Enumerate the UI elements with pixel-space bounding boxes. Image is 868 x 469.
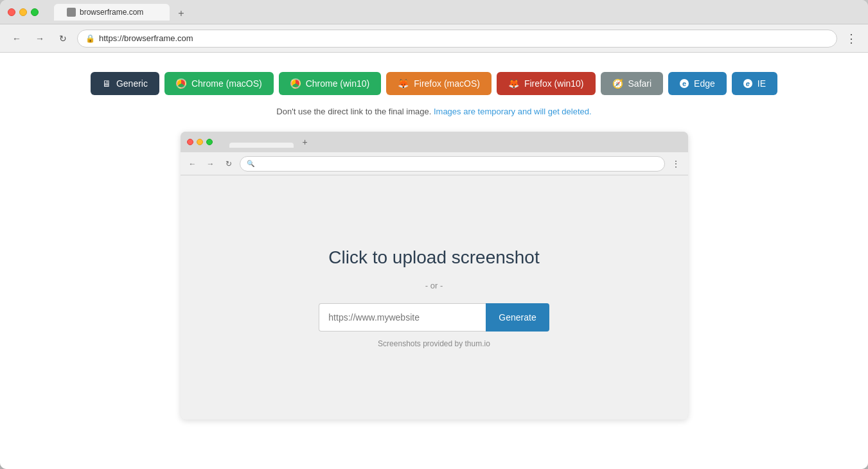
firefox-win-icon: 🦊 xyxy=(508,78,519,89)
generic-label: Generic xyxy=(116,78,148,89)
back-button[interactable]: ← xyxy=(8,30,26,48)
firefox-mac-icon: 🦊 xyxy=(398,78,409,89)
inner-tab-area: + xyxy=(217,136,682,148)
website-url-input[interactable] xyxy=(319,303,486,332)
inner-forward-button: → xyxy=(204,157,218,171)
or-text: - or - xyxy=(425,281,443,290)
firefox-mac-label: Firefox (macOS) xyxy=(414,78,480,89)
firefox-win-button[interactable]: 🦊 Firefox (win10) xyxy=(497,72,596,95)
chrome-win-label: Chrome (win10) xyxy=(306,78,370,89)
tab-label: browserframe.com xyxy=(80,8,143,17)
minimize-button[interactable] xyxy=(19,8,27,16)
notice-text: Don't use the direct link to the final i… xyxy=(276,107,591,116)
inner-active-tab xyxy=(229,143,294,148)
safari-button[interactable]: 🧭 Safari xyxy=(601,72,664,95)
chrome-win-button[interactable]: Chrome (win10) xyxy=(279,72,382,95)
inner-minimize-button xyxy=(197,139,203,145)
new-tab-button[interactable]: + xyxy=(172,6,190,21)
reload-button[interactable]: ↻ xyxy=(54,30,72,48)
chrome-mac-label: Chrome (macOS) xyxy=(191,78,262,89)
outer-browser-window: browserframe.com + ← → ↻ 🔒 https://brows… xyxy=(0,0,868,469)
inner-address-bar: 🔍 xyxy=(240,156,665,172)
tab-favicon xyxy=(67,8,76,17)
safari-icon: 🧭 xyxy=(612,78,623,89)
url-display: https://browserframe.com xyxy=(99,33,193,43)
monitor-icon: 🖥 xyxy=(102,78,111,89)
address-bar[interactable]: 🔒 https://browserframe.com xyxy=(77,30,837,48)
chrome-win-icon xyxy=(290,78,301,89)
inner-close-button xyxy=(187,139,193,145)
inner-page[interactable]: Click to upload screenshot - or - Genera… xyxy=(181,175,688,420)
ie-icon: e xyxy=(743,79,752,88)
firefox-mac-button[interactable]: 🦊 Firefox (macOS) xyxy=(386,72,492,95)
firefox-win-label: Firefox (win10) xyxy=(524,78,584,89)
lock-icon: 🔒 xyxy=(85,34,95,43)
inner-traffic-lights xyxy=(187,139,213,145)
menu-button[interactable]: ⋮ xyxy=(842,30,860,48)
notice-link[interactable]: Images are temporary and will get delete… xyxy=(434,107,592,116)
ie-button[interactable]: e IE xyxy=(732,72,777,95)
title-bar: browserframe.com + xyxy=(0,0,868,24)
inner-back-button: ← xyxy=(186,157,200,171)
chrome-mac-icon xyxy=(176,78,186,89)
inner-browser-preview[interactable]: + ← → ↻ 🔍 ⋮ Click to upload screenshot -… xyxy=(181,132,688,420)
safari-label: Safari xyxy=(628,78,652,89)
generate-button[interactable]: Generate xyxy=(486,303,549,332)
upload-text[interactable]: Click to upload screenshot xyxy=(328,247,539,268)
generic-button[interactable]: 🖥 Generic xyxy=(91,72,159,95)
inner-toolbar: ← → ↻ 🔍 ⋮ xyxy=(181,152,688,175)
traffic-lights xyxy=(8,8,39,16)
page-content: 🖥 Generic Chrome (macOS) Chrome (win10) … xyxy=(0,53,868,469)
toolbar: ← → ↻ 🔒 https://browserframe.com ⋮ xyxy=(0,24,868,53)
active-tab[interactable]: browserframe.com xyxy=(54,4,170,21)
browser-type-buttons: 🖥 Generic Chrome (macOS) Chrome (win10) … xyxy=(91,72,777,95)
notice-before: Don't use the direct link to the final i… xyxy=(276,107,431,116)
maximize-button[interactable] xyxy=(31,8,39,16)
ie-label: IE xyxy=(757,78,766,89)
chrome-mac-button[interactable]: Chrome (macOS) xyxy=(164,72,274,95)
inner-title-bar: + xyxy=(181,132,688,152)
inner-search-icon: 🔍 xyxy=(247,160,254,167)
close-button[interactable] xyxy=(8,8,15,16)
edge-button[interactable]: e Edge xyxy=(668,72,727,95)
edge-label: Edge xyxy=(694,78,715,89)
inner-maximize-button xyxy=(206,139,213,145)
inner-reload-button: ↻ xyxy=(222,157,236,171)
inner-menu-button: ⋮ xyxy=(669,157,683,171)
inner-new-tab-button: + xyxy=(296,136,314,148)
screenshots-credit: Screenshots provided by thum.io xyxy=(378,339,490,348)
tab-bar: browserframe.com + xyxy=(44,4,860,21)
url-row: Generate xyxy=(319,303,549,332)
edge-icon: e xyxy=(680,79,689,88)
forward-button[interactable]: → xyxy=(31,30,49,48)
